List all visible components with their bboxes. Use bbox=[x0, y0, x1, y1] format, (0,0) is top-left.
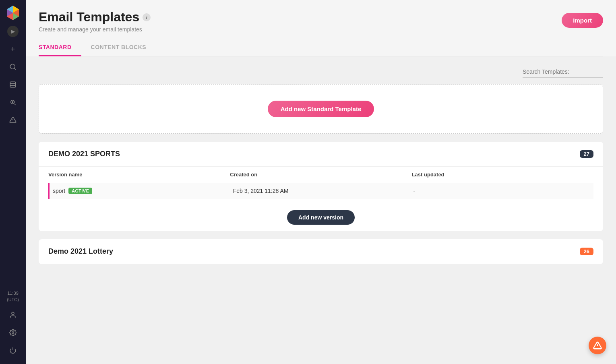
col-last-updated: Last updated bbox=[412, 172, 593, 178]
import-button[interactable]: Import bbox=[562, 13, 603, 28]
analytics-icon[interactable] bbox=[6, 95, 20, 110]
table-row[interactable]: sport ACTIVE Feb 3, 2021 11:28 AM - bbox=[48, 183, 593, 199]
active-status-badge: ACTIVE bbox=[68, 188, 92, 194]
alert-nav-icon[interactable] bbox=[6, 113, 20, 127]
chart-icon[interactable] bbox=[6, 77, 20, 92]
search-input[interactable] bbox=[523, 66, 603, 78]
add-standard-template-button[interactable]: Add new Standard Template bbox=[268, 101, 374, 117]
svg-point-16 bbox=[12, 312, 14, 314]
app-logo[interactable] bbox=[5, 5, 21, 23]
template-badge-sports: 27 bbox=[580, 150, 593, 158]
add-version-button-sports[interactable]: Add new version bbox=[287, 210, 355, 225]
add-template-card: Add new Standard Template bbox=[39, 84, 603, 134]
page-subtitle: Create and manage your email templates bbox=[39, 26, 151, 33]
svg-point-12 bbox=[12, 101, 13, 103]
power-icon[interactable] bbox=[6, 343, 20, 358]
versions-table-sports: Version name Created on Last updated spo… bbox=[39, 167, 603, 207]
alert-fab[interactable] bbox=[589, 337, 606, 354]
tab-standard[interactable]: STANDARD bbox=[39, 39, 81, 56]
svg-rect-8 bbox=[10, 82, 16, 87]
svg-point-17 bbox=[12, 332, 14, 334]
template-title-lottery: Demo 2021 Lottery bbox=[48, 247, 113, 256]
main-content: Email Templates i Create and manage your… bbox=[26, 0, 616, 364]
svg-point-11 bbox=[11, 100, 14, 104]
template-section-sports: DEMO 2021 SPORTS 27 Version name Created… bbox=[39, 142, 603, 231]
user-profile-icon[interactable] bbox=[6, 308, 20, 322]
play-button[interactable]: ▶ bbox=[7, 26, 19, 37]
add-icon[interactable]: + bbox=[6, 42, 20, 56]
template-header-sports: DEMO 2021 SPORTS 27 bbox=[39, 142, 603, 167]
created-on-cell: Feb 3, 2021 11:28 AM bbox=[233, 188, 413, 194]
svg-line-13 bbox=[14, 104, 16, 105]
add-version-row-sports: Add new version bbox=[39, 207, 603, 231]
svg-line-7 bbox=[14, 68, 15, 69]
svg-point-6 bbox=[10, 64, 15, 69]
template-badge-lottery: 26 bbox=[580, 248, 593, 255]
page-header: Email Templates i Create and manage your… bbox=[26, 0, 616, 33]
info-icon[interactable]: i bbox=[143, 13, 151, 21]
col-created-on: Created on bbox=[230, 172, 411, 178]
col-version-name: Version name bbox=[48, 172, 230, 178]
sidebar-time: 11:39 (UTC) bbox=[7, 290, 19, 303]
page-title: Email Templates bbox=[39, 10, 139, 25]
version-name-cell: sport ACTIVE bbox=[53, 188, 233, 194]
last-updated-cell: - bbox=[413, 188, 593, 194]
search-icon[interactable] bbox=[6, 60, 20, 74]
tabs-container: STANDARD CONTENT BLOCKS bbox=[26, 39, 616, 56]
page-title-container: Email Templates i bbox=[39, 10, 151, 25]
search-row bbox=[39, 66, 603, 78]
template-section-lottery: Demo 2021 Lottery 26 bbox=[39, 239, 603, 264]
template-title-sports: DEMO 2021 SPORTS bbox=[48, 150, 120, 158]
table-header-sports: Version name Created on Last updated bbox=[48, 167, 593, 181]
settings-icon[interactable] bbox=[6, 325, 20, 340]
template-header-lottery: Demo 2021 Lottery 26 bbox=[39, 239, 603, 264]
sidebar: ▶ + 11:39 (UTC) bbox=[0, 0, 26, 364]
content-area: Add new Standard Template DEMO 2021 SPOR… bbox=[26, 56, 616, 364]
header-left: Email Templates i Create and manage your… bbox=[39, 10, 151, 33]
tab-content-blocks[interactable]: CONTENT BLOCKS bbox=[91, 39, 156, 56]
tabs: STANDARD CONTENT BLOCKS bbox=[39, 39, 603, 56]
